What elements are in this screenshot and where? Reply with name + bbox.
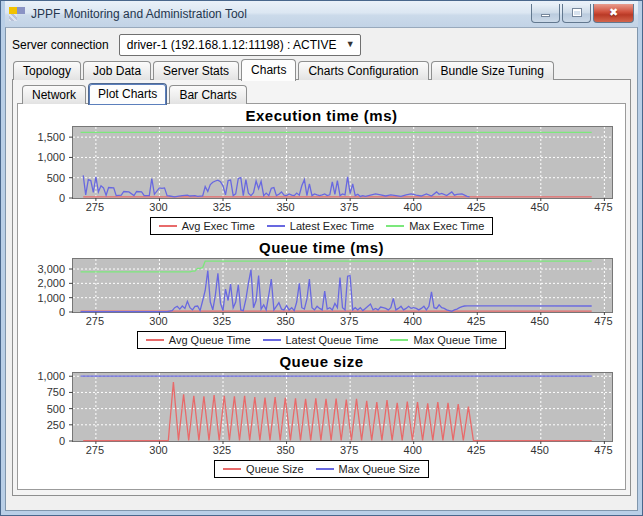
chevron-down-icon: ▼ [346,40,355,49]
chart-canvas[interactable] [72,372,613,442]
y-axis: 01,0002,0003,000 [22,258,72,313]
plot-charts-panel: Execution time (ms) 05001,0001,500 27530… [17,103,626,490]
y-tick-label: 0 [59,435,65,447]
chart-title: Execution time (ms) [22,107,621,124]
queue-size-chart: Queue size 02505007501,000 2753003253503… [22,353,621,479]
server-connection-select[interactable]: driver-1 (192.168.1.12:11198) : ACTIVE ▼ [119,34,361,56]
chart-canvas[interactable] [72,258,613,313]
client-area: Server connection driver-1 (192.168.1.12… [5,27,638,511]
close-icon: ✖ [609,6,618,19]
main-tab-bar: TopologyJob DataServer StatsChartsCharts… [10,58,633,80]
x-tick-label: 400 [404,315,422,327]
x-tick-label: 475 [594,444,612,456]
chart-legend: Avg Queue TimeLatest Queue TimeMax Queue… [137,331,506,349]
queue-time-chart: Queue time (ms) 01,0002,0003,000 2753003… [22,239,621,350]
legend-label: Avg Exec Time [182,220,255,232]
x-tick-label: 275 [86,201,104,213]
legend-item: Avg Exec Time [159,220,255,232]
y-tick-label: 1,000 [37,370,65,382]
legend-item: Latest Queue Time [263,334,379,346]
legend-label: Max Queue Size [339,463,420,475]
x-tick-label: 450 [531,315,549,327]
server-connection-row: Server connection driver-1 (192.168.1.12… [10,31,633,58]
x-tick-label: 275 [86,315,104,327]
legend-label: Latest Exec Time [290,220,374,232]
x-tick-label: 350 [276,444,294,456]
legend-line-icon [146,339,164,341]
x-tick-label: 375 [340,444,358,456]
legend-label: Max Queue Time [413,334,497,346]
x-tick-label: 350 [276,201,294,213]
x-axis: 275300325350375400425450475 [72,444,613,458]
x-tick-label: 475 [594,315,612,327]
subtab-network[interactable]: Network [22,85,86,104]
y-tick-label: 1,000 [37,151,65,163]
legend-item: Avg Queue Time [146,334,251,346]
y-tick-label: 0 [59,306,65,318]
y-axis: 02505007501,000 [22,372,72,442]
server-connection-label: Server connection [12,38,109,52]
window-controls: ✖ [531,4,634,23]
minimize-icon [541,14,550,17]
legend-line-icon [386,225,404,227]
y-axis: 05001,0001,500 [22,126,72,199]
tab-charts-configuration[interactable]: Charts Configuration [298,61,428,80]
legend-label: Queue Size [246,463,303,475]
maximize-icon [572,8,582,17]
maximize-button[interactable] [562,4,591,23]
tab-bundle-size-tuning[interactable]: Bundle Size Tuning [431,61,554,80]
legend-item: Queue Size [223,463,303,475]
x-tick-label: 275 [86,444,104,456]
server-connection-value: driver-1 (192.168.1.12:11198) : ACTIVE [127,38,338,52]
y-tick-label: 500 [47,403,65,415]
window-title: JPPF Monitoring and Administration Tool [31,7,525,21]
jppf-app-icon [9,6,25,22]
x-tick-label: 425 [467,315,485,327]
y-tick-label: 2,000 [37,277,65,289]
x-tick-label: 475 [594,201,612,213]
x-tick-label: 300 [149,201,167,213]
x-tick-label: 300 [149,315,167,327]
tab-topology[interactable]: Topology [13,61,81,80]
y-tick-label: 0 [59,192,65,204]
subtab-bar-charts[interactable]: Bar Charts [169,85,246,104]
tab-job-data[interactable]: Job Data [83,61,151,80]
legend-item: Max Exec Time [386,220,484,232]
chart-legend: Queue SizeMax Queue Size [214,460,429,478]
x-tick-label: 325 [213,315,231,327]
minimize-button[interactable] [531,4,560,23]
legend-item: Max Queue Size [316,463,420,475]
x-tick-label: 450 [531,444,549,456]
y-tick-label: 500 [47,172,65,184]
x-tick-label: 450 [531,201,549,213]
legend-line-icon [223,468,241,470]
x-tick-label: 300 [149,444,167,456]
charts-tab-panel: NetworkPlot ChartsBar Charts Execution t… [12,79,631,496]
chart-legend: Avg Exec TimeLatest Exec TimeMax Exec Ti… [150,217,494,235]
tab-server-stats[interactable]: Server Stats [153,61,239,80]
x-tick-label: 375 [340,315,358,327]
y-tick-label: 1,000 [37,292,65,304]
subtab-plot-charts[interactable]: Plot Charts [88,83,167,105]
x-axis: 275300325350375400425450475 [72,315,613,329]
x-axis: 275300325350375400425450475 [72,201,613,215]
legend-line-icon [316,468,334,470]
legend-label: Avg Queue Time [169,334,251,346]
close-button[interactable]: ✖ [593,4,634,23]
x-tick-label: 350 [276,315,294,327]
legend-item: Latest Exec Time [267,220,374,232]
execution-time-chart: Execution time (ms) 05001,0001,500 27530… [22,107,621,236]
x-tick-label: 425 [467,444,485,456]
x-tick-label: 400 [404,444,422,456]
chart-canvas[interactable] [72,126,613,199]
y-tick-label: 250 [47,419,65,431]
x-tick-label: 375 [340,201,358,213]
legend-label: Latest Queue Time [286,334,379,346]
legend-line-icon [159,225,177,227]
x-tick-label: 425 [467,201,485,213]
chart-title: Queue time (ms) [22,239,621,256]
legend-label: Max Exec Time [409,220,484,232]
legend-line-icon [267,225,285,227]
y-tick-label: 3,000 [37,263,65,275]
tab-charts[interactable]: Charts [241,59,296,81]
